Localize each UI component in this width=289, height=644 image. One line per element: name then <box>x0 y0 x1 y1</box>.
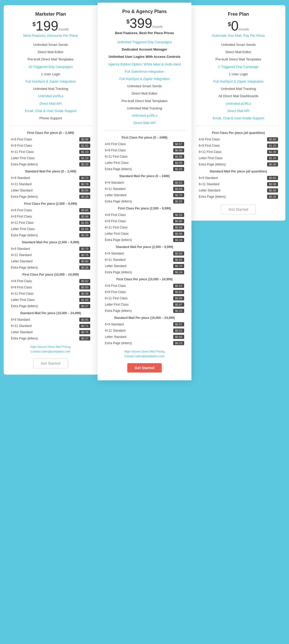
feature-item[interactable]: Direct Mail API <box>9 100 92 107</box>
feature-item[interactable]: 1 Triggered Drip Campaign <box>197 63 280 71</box>
feature-item[interactable]: Direct Mail API <box>103 119 186 127</box>
price-badge: $0.96 <box>79 292 90 296</box>
price-badge: $0.90 <box>267 182 278 186</box>
plan-card-pro: Pro & Agency Plans$399/monthBest Feature… <box>98 3 191 380</box>
price-badge: $0.35 <box>267 195 278 199</box>
pricing-label: Extra Page (letters) <box>199 163 226 166</box>
price-badge: $0.86 <box>173 296 184 300</box>
pricing-row: 6×9 First Class$0.89 <box>103 147 186 153</box>
feature-item[interactable]: Unlimited pURLs <box>197 100 280 107</box>
pricing-section-title: Standard Mail Per piece (2,500 – 9,999) <box>9 238 92 246</box>
price-badge: $0.73 <box>79 176 90 180</box>
feature-item: Unlimited Smart Sends <box>197 41 280 48</box>
pricing-label: Letter First Class <box>105 303 129 306</box>
plan-subtitle: Automate Your Mail, Pay Per Piece <box>197 34 280 38</box>
price-badge: $0.98 <box>79 214 90 219</box>
feature-item[interactable]: Email, Chat & User Guide Support <box>9 107 92 115</box>
pricing-label: 6×11 Standard <box>11 324 32 328</box>
pricing-section-title: First Class Per piece (10,000 – 24,999) <box>103 275 186 283</box>
pricing-row: Extra Page (letters)$0.27 <box>9 335 92 342</box>
pricing-label: 6×11 First Class <box>105 155 128 158</box>
pricing-row: 6×9 Standard$0.60 <box>103 250 186 257</box>
price-badge: $0.57 <box>173 142 184 146</box>
price-badge: $0.62 <box>79 279 90 283</box>
pricing-label: 4×6 First Class <box>105 142 126 146</box>
pricing-label: 6×11 Standard <box>11 182 32 186</box>
feature-item[interactable]: Full HubSpot & Zapier Integration <box>103 75 186 83</box>
feature-item[interactable]: 10 Triggered Drip Campaigns <box>9 63 92 71</box>
pricing-row: 4×6 First Class$0.68 <box>9 136 92 143</box>
price-badge: $0.57 <box>173 322 184 326</box>
pricing-row: 4×6 First Class$0.55 <box>103 212 186 218</box>
pricing-row: 6×9 First Class$0.85 <box>103 218 186 224</box>
features-list: Unlimited Smart SendsDirect Mail EditorP… <box>9 41 92 122</box>
pricing-row: 6×9 Standard$0.57 <box>103 321 186 327</box>
price-badge: $0.75 <box>79 330 90 334</box>
feature-item: 1 User Login <box>9 71 92 78</box>
price-badge: $1.00 <box>79 221 90 225</box>
pricing-row: 6×9 Standard$0.63 <box>103 179 186 186</box>
dollar-sign: $ <box>228 21 231 27</box>
pricing-label: Letter Standard <box>11 330 33 334</box>
feature-item[interactable]: Full HubSpot & Zapier Integration <box>9 78 92 85</box>
feature-item[interactable]: Unlimited pURLs <box>103 112 186 119</box>
pricing-label: 6×11 Standard <box>105 329 125 332</box>
price-amount: 399 <box>130 16 152 31</box>
price-badge: $0.63 <box>173 181 184 185</box>
pricing-section-title: Standard Mail Per piece (10,000 – 24,999… <box>9 309 92 317</box>
price-badge: $0.68 <box>173 187 184 191</box>
cta-button-marketer[interactable]: Get Started <box>33 358 68 368</box>
pricing-label: 6×11 Standard <box>11 253 32 257</box>
pricing-row: 6×11 First Class$1.00 <box>9 220 92 226</box>
pricing-label: 6×9 First Class <box>105 148 126 152</box>
feature-item[interactable]: Unlimited Triggered Drip Campaigns <box>103 39 186 46</box>
pricing-label: 6×11 Standard <box>105 187 125 191</box>
pricing-row: 4×6 First Class$0.62 <box>9 278 92 284</box>
pricing-row: 6×11 First Class$1.10 <box>9 149 92 155</box>
pricing-label: 6×9 Standard <box>105 252 124 255</box>
pricing-row: 6×11 Standard$0.68 <box>103 186 186 192</box>
pricing-row: 6×9 Standard$0.65 <box>9 317 92 323</box>
feature-item: Pre-built Direct Mail Templates <box>9 56 92 63</box>
feature-item[interactable]: Agency Edition Option: White label & mul… <box>103 61 186 68</box>
price-badge: $0.71 <box>79 324 90 328</box>
pricing-label: Letter First Class <box>105 232 129 236</box>
pricing-row: Letter First Class$0.87 <box>103 301 186 308</box>
pricing-row: Letter First Class$1.10 <box>9 155 92 161</box>
price-badge: $0.80 <box>79 259 90 263</box>
pricing-row: Extra Page (letters)$0.27 <box>9 303 92 309</box>
feature-item[interactable]: Full Salesforce Integration <box>103 68 186 75</box>
feature-item: 1 User Login <box>197 71 280 78</box>
cta-button-free[interactable]: Get Started <box>221 205 256 214</box>
feature-item[interactable]: Direct Mail API <box>197 107 280 115</box>
price-badge: $0.85 <box>79 188 90 193</box>
feature-item: Phone Support <box>9 115 92 122</box>
plan-card-free: Free Plan$0/monthAutomate Your Mail, Pay… <box>191 5 285 221</box>
high-volume-text[interactable]: High Volume Direct Mail PricingContact s… <box>103 349 186 358</box>
pricing-label: 6×9 First Class <box>105 290 126 294</box>
price-badge: $1.30 <box>267 150 278 154</box>
high-volume-text[interactable]: High Volume Direct Mail PricingContact s… <box>9 345 92 354</box>
price-badge: $0.25 <box>173 167 184 171</box>
feature-item[interactable]: Unlimited pURLs <box>9 92 92 100</box>
feature-item[interactable]: Email, Chat & User Guide Support <box>197 115 280 122</box>
price-badge: $0.23 <box>173 341 184 345</box>
pricing-label: 4×6 First Class <box>199 138 220 141</box>
pricing-row: 6×11 Standard$0.65 <box>103 257 186 263</box>
plan-title: Free Plan <box>197 11 280 17</box>
pricing-label: 4×6 First Class <box>105 284 126 288</box>
price-badge: $0.24 <box>173 238 184 242</box>
pricing-row: 6×11 Standard$0.71 <box>9 323 92 329</box>
features-list: Unlimited Smart SendsDirect Mail EditorP… <box>197 41 280 122</box>
pricing-row: 6×9 Standard$0.85 <box>197 175 280 181</box>
per-month: /month <box>239 27 249 31</box>
pricing-row: 6×9 First Class$1.20 <box>197 143 280 149</box>
price-badge: $1.05 <box>79 227 90 231</box>
pricing-row: 6×11 First Class$0.96 <box>9 290 92 297</box>
pricing-row: Extra Page (letters)$0.28 <box>9 232 92 238</box>
pricing-row: Letter First Class$1.00 <box>9 297 92 303</box>
feature-item[interactable]: Full HubSpot & Zapier Integration <box>197 78 280 85</box>
cta-button-pro[interactable]: Get Started <box>127 363 161 373</box>
price-amount: 0 <box>231 18 239 33</box>
pricing-row: Extra Page (letters)$0.35 <box>197 194 280 200</box>
